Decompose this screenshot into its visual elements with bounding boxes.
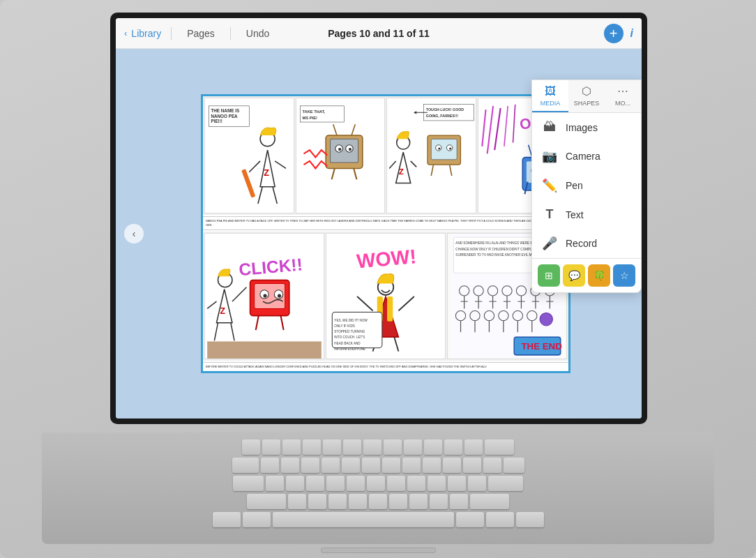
tab-media[interactable]: 🖼 MEDIA xyxy=(532,80,568,112)
trackpad[interactable] xyxy=(321,548,436,553)
svg-point-42 xyxy=(438,147,440,149)
star-icon: ☆ xyxy=(620,270,629,281)
text-label: Text xyxy=(566,209,584,220)
key xyxy=(387,476,405,491)
dropdown-footer: ⊞ 💬 🍀 ☆ xyxy=(532,258,641,292)
key xyxy=(301,458,319,473)
key xyxy=(326,476,345,491)
key xyxy=(456,512,484,527)
svg-text:Z: Z xyxy=(220,306,226,316)
chat-icon: 💬 xyxy=(568,270,580,281)
dropdown-panel: 🖼 MEDIA ⬡ SHAPES ⋯ MO... 🏔 Images xyxy=(531,80,642,293)
record-label: Record xyxy=(566,238,597,249)
nav-back-arrow[interactable]: ‹ xyxy=(124,224,144,243)
svg-rect-18 xyxy=(330,139,358,163)
tab-shapes[interactable]: ⬡ SHAPES xyxy=(568,80,605,112)
key xyxy=(323,439,341,455)
comic-top-row: THE NAME IS NANOO PEA PIE!!! Z xyxy=(203,96,568,215)
menu-item-images[interactable]: 🏔 Images xyxy=(532,113,641,142)
key xyxy=(369,494,387,509)
menu-item-record[interactable]: 🎤 Record xyxy=(532,229,641,258)
canvas-area: ‹ THE NAME IS NANOO PEA xyxy=(116,49,642,418)
menu-item-text[interactable]: T Text xyxy=(532,200,641,229)
key xyxy=(308,494,326,509)
record-icon: 🎤 xyxy=(542,236,557,251)
svg-text:Z: Z xyxy=(399,167,404,176)
leaf-icon: 🍀 xyxy=(594,270,605,281)
svg-text:TAKE THAT,: TAKE THAT, xyxy=(302,110,325,114)
pen-icon: ✏️ xyxy=(542,178,557,193)
panel-2-drawing: TAKE THAT, MS PIE! xyxy=(296,98,385,213)
tab-more[interactable]: ⋯ MO... xyxy=(605,80,641,112)
key xyxy=(430,494,448,509)
key xyxy=(262,439,280,455)
more-tab-label: MO... xyxy=(615,100,630,107)
key xyxy=(428,476,446,491)
undo-button[interactable]: Undo xyxy=(241,25,275,42)
svg-point-70 xyxy=(278,294,281,297)
key xyxy=(464,439,483,455)
key xyxy=(303,439,321,455)
key xyxy=(281,458,299,473)
pages-button[interactable]: Pages xyxy=(181,25,220,42)
key xyxy=(488,476,523,491)
key xyxy=(328,494,347,509)
menu-item-pen[interactable]: ✏️ Pen xyxy=(532,171,641,200)
footer-star-button[interactable]: ☆ xyxy=(613,264,635,287)
svg-text:PIE!!!: PIE!!! xyxy=(211,119,222,123)
key xyxy=(407,476,425,491)
key xyxy=(306,476,324,491)
svg-rect-39 xyxy=(431,139,457,160)
toolbar: ‹ Library Pages Undo Pages 10 and 11 of … xyxy=(116,18,642,49)
panel-6-drawing: WOW! xyxy=(326,234,445,359)
library-link[interactable]: Library xyxy=(131,28,161,39)
key xyxy=(343,439,361,455)
toolbar-divider-2 xyxy=(230,27,231,40)
comic-top-narrative: NANOO PEA PIE AND MISTER TV HAD A FACE O… xyxy=(203,216,568,230)
keyboard-row-3 xyxy=(52,476,704,491)
svg-point-22 xyxy=(348,148,351,151)
key xyxy=(448,476,466,491)
svg-point-137 xyxy=(540,313,552,326)
svg-text:CHANGE.NOW ONLY IF CHILDREN DI: CHANGE.NOW ONLY IF CHILDREN DIDN'T COMPL… xyxy=(455,248,542,251)
text-icon: T xyxy=(542,207,557,222)
key xyxy=(382,458,400,473)
media-tab-label: MEDIA xyxy=(540,100,561,107)
panel-5-drawing: CLICK!! xyxy=(205,234,324,359)
key xyxy=(443,458,461,473)
comic-pages: THE NAME IS NANOO PEA PIE!!! Z xyxy=(201,94,570,373)
key xyxy=(423,458,441,473)
shapes-tab-label: SHAPES xyxy=(574,100,600,107)
key xyxy=(402,458,421,473)
svg-text:INTO COUCH. LET'S: INTO COUCH. LET'S xyxy=(334,335,365,339)
page-title: Pages 10 and 11 of 11 xyxy=(328,28,430,39)
svg-text:NANOO PEA: NANOO PEA xyxy=(211,114,238,119)
key xyxy=(282,439,301,455)
key xyxy=(347,476,365,491)
key xyxy=(242,439,260,455)
key xyxy=(363,439,381,455)
spacebar-key[interactable] xyxy=(273,512,454,527)
keyboard-row-2 xyxy=(52,458,704,473)
svg-text:INFORM EVERYONE: INFORM EVERYONE xyxy=(334,347,365,351)
add-button[interactable]: + xyxy=(604,24,623,43)
key xyxy=(468,476,486,491)
svg-text:HEAD BACK AND: HEAD BACK AND xyxy=(334,342,361,345)
svg-text:YES, WE DID IT! NOW: YES, WE DID IT! NOW xyxy=(334,319,368,322)
menu-item-camera[interactable]: 📷 Camera xyxy=(532,142,641,171)
info-button[interactable]: i xyxy=(630,27,633,40)
screen-content: ‹ Library Pages Undo Pages 10 and 11 of … xyxy=(116,18,642,418)
key xyxy=(409,494,428,509)
footer-leaf-button[interactable]: 🍀 xyxy=(588,264,610,287)
key xyxy=(342,458,360,473)
key xyxy=(349,494,367,509)
key xyxy=(233,476,264,491)
key xyxy=(286,476,304,491)
key xyxy=(470,494,509,509)
footer-grid-button[interactable]: ⊞ xyxy=(538,264,560,287)
screen-bezel: ‹ Library Pages Undo Pages 10 and 11 of … xyxy=(110,13,647,424)
svg-text:Z: Z xyxy=(264,168,269,178)
footer-chat-button[interactable]: 💬 xyxy=(563,264,585,287)
key xyxy=(213,512,241,527)
comic-panel-6: WOW! xyxy=(326,233,446,359)
